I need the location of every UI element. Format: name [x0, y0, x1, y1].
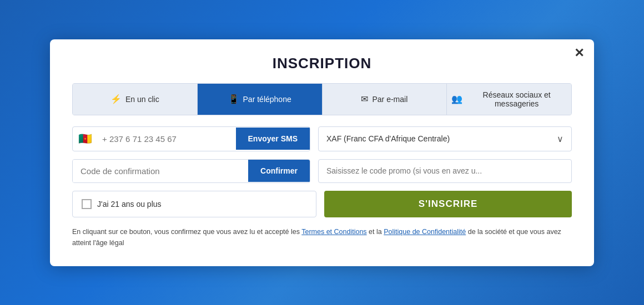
modal-title: INSCRIPTION — [72, 55, 572, 72]
phone-icon: 📱 — [228, 94, 239, 104]
phone-row: 🇨🇲 Envoyer SMS XAF (Franc CFA d'Afrique … — [72, 126, 572, 151]
age-checkbox[interactable] — [82, 199, 92, 209]
confirm-button[interactable]: Confirmer — [248, 160, 310, 182]
confirm-row: Confirmer — [72, 159, 572, 183]
tab-email[interactable]: ✉ Par e-mail — [323, 84, 447, 115]
age-check-group: J'ai 21 ans ou plus — [72, 191, 316, 217]
email-icon: ✉ — [361, 94, 368, 104]
register-button[interactable]: S'INSCRIRE — [324, 191, 572, 217]
currency-value: XAF (Franc CFA d'Afrique Centrale) — [326, 134, 450, 143]
age-label: J'ai 21 ans ou plus — [97, 200, 162, 209]
phone-group: 🇨🇲 Envoyer SMS — [72, 126, 310, 151]
tab-bar: ⚡ En un clic 📱 Par téléphone ✉ Par e-mai… — [72, 83, 572, 115]
privacy-link[interactable]: Politique de Confidentialité — [384, 228, 466, 236]
currency-dropdown[interactable]: XAF (Franc CFA d'Afrique Centrale) ∨ — [318, 126, 572, 151]
tab-one-click[interactable]: ⚡ En un clic — [73, 84, 198, 115]
social-icon: 👥 — [451, 94, 462, 104]
terms-text: En cliquant sur ce bouton, vous confirme… — [72, 226, 572, 248]
confirm-group: Confirmer — [72, 159, 310, 183]
close-button[interactable]: ✕ — [574, 47, 584, 59]
modal-dialog: ✕ INSCRIPTION ⚡ En un clic 📱 Par télépho… — [50, 39, 594, 266]
tab-phone[interactable]: 📱 Par téléphone — [198, 84, 323, 115]
phone-input[interactable] — [98, 128, 236, 150]
chevron-down-icon: ∨ — [557, 134, 564, 144]
tab-social-label: Réseaux sociaux et messageries — [466, 90, 567, 108]
age-row: J'ai 21 ans ou plus S'INSCRIRE — [72, 191, 572, 217]
terms-link[interactable]: Termes et Conditions — [301, 228, 366, 236]
confirmation-code-input[interactable] — [73, 160, 248, 182]
tab-one-click-label: En un clic — [125, 95, 159, 104]
send-sms-button[interactable]: Envoyer SMS — [236, 128, 310, 150]
terms-before: En cliquant sur ce bouton, vous confirme… — [72, 228, 301, 236]
lightning-icon: ⚡ — [110, 94, 122, 104]
tab-social[interactable]: 👥 Réseaux sociaux et messageries — [447, 84, 571, 115]
promo-code-input[interactable] — [318, 159, 572, 183]
terms-middle: et la — [367, 228, 384, 236]
tab-phone-label: Par téléphone — [243, 95, 291, 104]
modal-overlay: ✕ INSCRIPTION ⚡ En un clic 📱 Par télépho… — [0, 0, 644, 305]
tab-email-label: Par e-mail — [372, 95, 407, 104]
country-flag: 🇨🇲 — [73, 132, 98, 145]
